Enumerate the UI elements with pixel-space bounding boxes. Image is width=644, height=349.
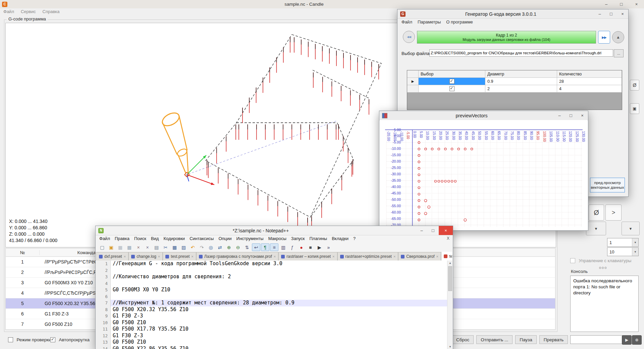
code-line[interactable] [111,280,447,287]
close-file-icon[interactable]: × [134,243,143,251]
menu-item[interactable]: ? [351,235,358,242]
file-path-input[interactable] [429,49,613,57]
preview-vectors-button[interactable]: пред.просмотр векторных данных [590,178,625,192]
menu-item[interactable]: Поиск [132,235,149,242]
tab-close-icon[interactable]: × [393,254,395,258]
keyboard-control-row[interactable]: Управление с клавиатуры [570,257,631,264]
vertical-scrollbar[interactable]: ▲ ▼ [447,260,453,349]
open-file-icon[interactable]: ▣ [107,243,115,251]
select-cell[interactable] [419,85,485,93]
autoscroll-row[interactable]: Автопрокрутка [50,337,90,343]
scroll-up-arrow[interactable]: ▲ [447,260,453,266]
stop-macro-icon[interactable]: ■ [306,243,315,251]
send-button[interactable]: Отправить ... [476,335,513,344]
copy-icon[interactable]: ▩ [170,243,179,251]
close-document-button[interactable]: X [447,236,449,241]
document-tab[interactable]: rastrlaser+optimize.preset× [337,252,398,260]
tab-close-icon[interactable]: × [191,254,193,258]
keyboard-control-checkbox[interactable] [570,258,575,263]
document-tab[interactable]: Лазер гравировка с полутонами.prof× [196,252,279,260]
print-icon[interactable]: ▤ [152,243,161,251]
close-button[interactable]: × [577,111,588,120]
drill-diameters-grid[interactable]: Выбор Диаметр Количество ▶0.92824 [407,70,622,110]
code-line[interactable] [111,267,447,274]
document-tab[interactable]: rastrlaser – копия.preset× [278,252,337,260]
tab-close-icon[interactable]: × [124,254,126,258]
console-clear-button[interactable]: ⊗ [632,335,642,345]
menu-item[interactable]: О программе [443,18,476,25]
save-icon[interactable]: ▦ [116,243,124,251]
code-line[interactable]: G0 F500 X17.78 Y35.56 Z10 [111,326,447,333]
toolbar-sliver-button[interactable]: ▣ [630,103,639,114]
console-send-button[interactable]: ▶ [622,335,632,345]
autoscroll-checkbox[interactable] [50,337,55,342]
zoom-out-icon[interactable]: ⊖ [234,243,242,251]
close-button[interactable]: × [629,0,644,8]
paste-icon[interactable]: ▨ [179,243,188,251]
tab-close-icon[interactable]: × [274,254,276,258]
menu-item[interactable]: Файл [0,8,17,15]
minimize-button[interactable]: – [599,0,614,8]
replace-icon[interactable]: ⇄ [216,243,224,251]
chevron-down-icon[interactable]: ▼ [632,238,638,246]
check-mode-checkbox[interactable] [8,337,13,342]
code-line[interactable] [111,293,447,300]
document-tab[interactable]: change.log× [128,252,163,260]
menu-item[interactable]: Синтаксисы [187,235,216,242]
tab-close-icon[interactable]: × [436,254,438,258]
cut-icon[interactable]: ✂ [161,243,170,251]
code-line[interactable]: G0 F500 Z10 [111,339,447,346]
new-file-icon[interactable]: ▢ [98,243,106,251]
scrollbar-thumb[interactable] [448,266,452,291]
scroll-down-arrow[interactable]: ▼ [447,344,453,349]
reset-button[interactable]: Сброс [452,335,474,344]
checkbox-icon[interactable] [449,79,454,84]
word-wrap-icon[interactable]: ↩ [252,243,260,251]
drill-grid-row[interactable]: 24 [407,85,622,93]
checkbox-icon[interactable] [449,86,454,91]
menu-item[interactable]: Запуск [289,235,307,242]
spindle-sliver-button[interactable]: Ø [630,80,639,91]
menu-item[interactable]: Параметры [415,18,443,25]
abort-button[interactable]: Прервать [539,335,568,344]
maximize-button[interactable]: □ [605,9,617,18]
check-mode-row[interactable]: Режим проверки [8,337,51,343]
chevron-right-button[interactable]: > [605,205,622,221]
minimize-button[interactable]: – [416,226,427,235]
minimize-button[interactable]: – [554,111,565,120]
document-tab[interactable]: sample.nc× [441,252,452,260]
menu-item[interactable]: Правка [112,235,132,242]
prev-frame-button[interactable]: ◀◀ [403,31,415,43]
close-button[interactable]: × [439,226,453,235]
notepad-window[interactable]: N *Z:\sample.nc - Notepad++ – □ × ФайлПр… [95,226,453,349]
code-line[interactable]: //Генерация G - кода программой ToolsGen… [111,260,447,267]
code-line[interactable]: G1 F30 Z-3 [111,313,447,319]
save-all-icon[interactable]: ▩ [125,243,133,251]
undo-icon[interactable]: ↶ [189,243,197,251]
code-line[interactable]: G0 F500 X20.32 Y35.56 Z10 [111,306,447,313]
menu-item[interactable]: Файл [399,18,415,25]
menu-item[interactable]: Опции [216,235,234,242]
dropdown-button-2[interactable]: ▼ [622,222,640,235]
document-tab[interactable]: Сверловка.prof× [398,252,441,260]
run-icon[interactable]: » [324,243,333,251]
tab-close-icon[interactable]: × [332,254,334,258]
find-icon[interactable]: ◎ [207,243,215,251]
maximize-button[interactable]: □ [427,226,439,235]
code-line[interactable]: G0 F500M3 X0 Y0 Z10 [111,287,447,293]
preview-vectors-window[interactable]: previewVectors – □ × 5.000.00-5.00-10.00… [379,111,588,231]
show-all-chars-icon[interactable]: ¶ [261,243,269,251]
dropdown-button-1[interactable]: ▼ [586,222,606,235]
menu-item[interactable]: Справка [39,8,63,15]
play-macro-icon[interactable]: ▶ [315,243,324,251]
console-command-input[interactable] [570,335,623,344]
next-frame-button[interactable]: ▶▶ [598,31,610,44]
browse-button[interactable]: ... [614,49,624,57]
function-list-icon[interactable]: ƒ [288,243,297,251]
maximize-button[interactable]: □ [565,111,577,120]
menu-item[interactable]: Кодировки [161,235,187,242]
menu-item[interactable]: Плагины [307,235,330,242]
redo-icon[interactable]: ↷ [198,243,206,251]
feed-combobox[interactable]: 10 ▼ [607,247,639,256]
drill-grid-row[interactable]: ▶0.928 [407,78,622,85]
